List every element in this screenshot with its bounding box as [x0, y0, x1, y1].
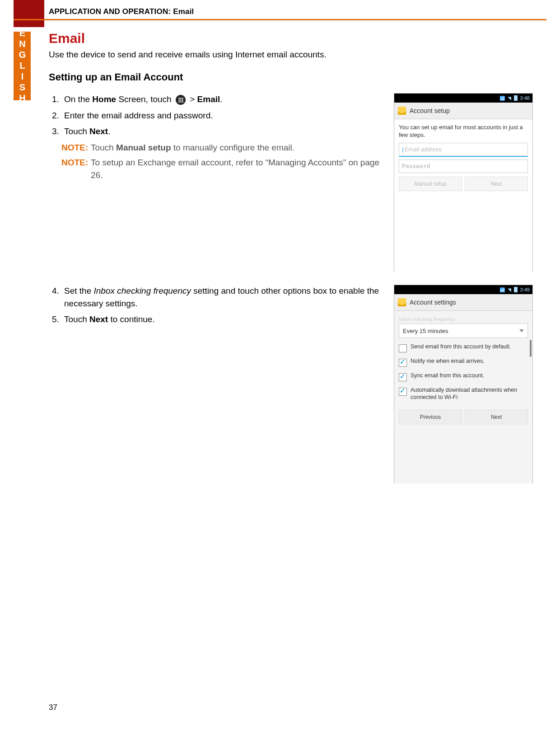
phone2-bar-title: Account settings	[410, 299, 456, 306]
checkbox-checked-icon	[399, 388, 407, 396]
battery-icon	[514, 287, 518, 292]
apps-icon	[176, 95, 186, 105]
setup-steps: On the Home Screen, touch > Email.	[49, 93, 386, 184]
note2-body: To setup an Exchange email account, refe…	[91, 156, 386, 181]
page-running-header: APPLICATION AND OPERATION: Email	[49, 7, 194, 16]
block-setup: On the Home Screen, touch > Email.	[49, 93, 533, 272]
battery-icon	[514, 95, 518, 101]
settings-steps: Set the Inbox checking frequency setting…	[49, 285, 386, 329]
phone2-option-sync[interactable]: Sync email from this account.	[399, 370, 528, 384]
step4-pre: Set the	[64, 286, 94, 296]
note1-body: Touch Manual setup to manually configure…	[91, 141, 294, 154]
phone2-body: Inbox checking frequency Every 15 minute…	[394, 311, 532, 483]
phone1-email-input[interactable]: | Email address	[399, 143, 528, 157]
step1-home: Home	[92, 94, 116, 104]
step-1: On the Home Screen, touch > Email.	[61, 93, 386, 106]
phone2-opt4-label: Automatically download attachments when …	[411, 387, 528, 401]
step-4: Set the Inbox checking frequency setting…	[61, 285, 386, 310]
phone2-next-button[interactable]: Next	[465, 410, 528, 424]
note2-label: NOTE:	[61, 156, 88, 181]
phone2-app-bar: Account settings	[394, 294, 532, 311]
checkbox-checked-icon	[399, 373, 407, 381]
step1-end: .	[220, 94, 222, 104]
scrollbar-thumb[interactable]	[530, 340, 532, 357]
block-settings: Set the Inbox checking frequency setting…	[49, 285, 533, 483]
step1-email: Email	[197, 94, 220, 104]
note-2: NOTE: To setup an Exchange email account…	[61, 156, 386, 181]
language-tab: ENGLISH	[14, 32, 31, 100]
page-number: 37	[49, 703, 57, 712]
email-shield-icon	[398, 107, 406, 115]
phone2-time: 3:49	[520, 287, 530, 292]
step5-post: to continue.	[108, 314, 155, 324]
step5-pre: Touch	[64, 314, 89, 324]
step1-mid: Screen, touch	[116, 94, 174, 104]
note1-manual: Manual setup	[116, 143, 171, 152]
phone2-opt3-label: Sync email from this account.	[411, 372, 484, 380]
cursor: |	[402, 146, 403, 153]
phone2-option-autodl[interactable]: Automatically download attachments when …	[399, 384, 528, 404]
content-area: Email Use the device to send and receive…	[49, 28, 533, 496]
phone2-button-row: Previous Next	[399, 410, 528, 424]
signal-icon	[508, 95, 511, 101]
checkbox-unchecked-icon	[399, 344, 407, 352]
signal-icon	[508, 287, 511, 292]
phone2-option-default[interactable]: Send email from this account by default.	[399, 341, 528, 355]
phone2-opt2-label: Notify me when email arrives.	[411, 358, 485, 365]
step3-next: Next	[89, 127, 108, 136]
phone1-message: You can set up email for most accounts i…	[399, 124, 528, 139]
phone1-body: You can set up email for most accounts i…	[394, 119, 532, 272]
note1-post: to manually configure the email.	[171, 143, 295, 152]
step3-end: .	[108, 127, 110, 136]
email-shield-icon	[398, 298, 406, 306]
step5-next: Next	[89, 314, 108, 324]
phone1-status-bar: 3:48	[394, 94, 532, 103]
header-accent-box	[14, 0, 44, 27]
phone1-time: 3:48	[520, 95, 530, 101]
wifi-icon	[499, 95, 505, 101]
phone2-previous-button[interactable]: Previous	[399, 410, 462, 424]
intro-text: Use the device to send and receive email…	[49, 50, 533, 60]
phone2-frequency-dropdown[interactable]: Every 15 minutes	[399, 324, 528, 338]
phone1-button-row: Manual setup Next	[399, 177, 528, 191]
note1-label: NOTE:	[61, 141, 88, 154]
phone1-password-input[interactable]: Password	[399, 160, 528, 173]
step-2: Enter the email address and password.	[61, 109, 386, 122]
step3-pre: Touch	[64, 127, 89, 136]
checkbox-checked-icon	[399, 359, 407, 367]
step1-pre: On the	[64, 94, 92, 104]
phone2-section-label: Inbox checking frequency	[399, 316, 528, 322]
phone1-manual-setup-button[interactable]: Manual setup	[399, 177, 462, 191]
step-5: Touch Next to continue.	[61, 313, 386, 326]
phone1-app-bar: Account setup	[394, 103, 532, 119]
section-heading: Setting up an Email Account	[49, 71, 533, 83]
phone1-bar-title: Account setup	[410, 107, 450, 114]
wifi-icon	[499, 287, 505, 292]
note-1: NOTE: Touch Manual setup to manually con…	[61, 141, 386, 154]
header-rule	[14, 19, 546, 20]
phone1-next-button[interactable]: Next	[465, 177, 528, 191]
phone2-dropdown-value: Every 15 minutes	[403, 328, 448, 334]
phone1-email-placeholder: Email address	[404, 146, 441, 153]
step-3: Touch Next.	[61, 125, 386, 138]
phone2-option-notify[interactable]: Notify me when email arrives.	[399, 355, 528, 370]
phone2-opt1-label: Send email from this account by default.	[411, 343, 511, 351]
step1-gt: >	[190, 94, 197, 104]
phone2-status-bar: 3:49	[394, 285, 532, 294]
phone-screenshot-settings: 3:49 Account settings Inbox checking fre…	[394, 285, 533, 483]
phone-screenshot-setup: 3:48 Account setup You can set up email …	[394, 93, 533, 272]
step4-ital: Inbox checking frequency	[94, 286, 191, 296]
note1-pre: Touch	[91, 143, 116, 152]
page-title: Email	[49, 31, 533, 46]
chevron-down-icon	[519, 329, 524, 332]
